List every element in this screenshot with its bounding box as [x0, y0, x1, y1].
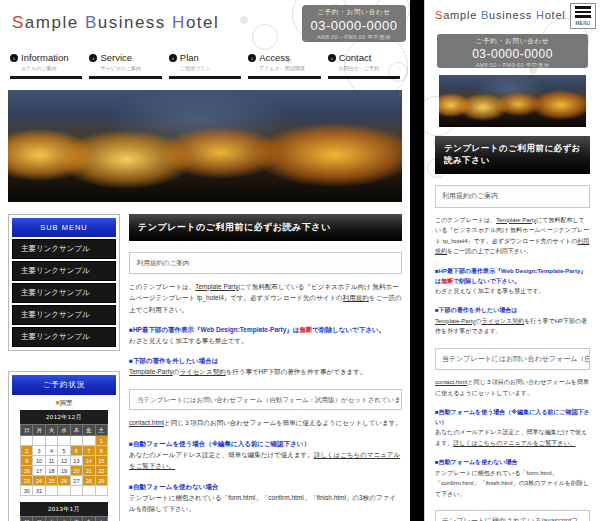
calendar-day-cell: 5 — [58, 446, 70, 456]
logo-letter: B — [85, 13, 98, 32]
text-link[interactable]: Template Party — [195, 283, 238, 290]
sidebar-link[interactable]: 主要リンクサンプル — [12, 283, 116, 303]
paragraph: Template-Partyのライセンス契約を行う事でHP下部の著作を外す事がで… — [435, 316, 590, 337]
availability-calendar: 2013年1月日月火水木金土12345678910111213141516171… — [20, 502, 108, 521]
text-link[interactable]: Template Party — [496, 217, 536, 223]
text-link[interactable]: Template-Party — [129, 368, 173, 375]
text-link[interactable]: 利用規約 — [343, 294, 369, 301]
phone-label: ご予約・お問い合わせ — [302, 8, 406, 17]
calendar-legend: ■満室 — [12, 399, 116, 408]
notice-heading: ■HP最下部の著作表示『Web Design:Template-Party』は無… — [129, 324, 402, 335]
text-segment: ■下部の著作を外したい場合は — [435, 307, 517, 313]
nav-item-subtitle: ご宿泊プラン — [180, 65, 241, 71]
nav-item-plan[interactable]: ›Planご宿泊プラン — [169, 50, 241, 79]
phone-hours: AM8:00～PM9:00 年中無休 — [302, 34, 406, 41]
sidebar: SUB MENU 主要リンクサンプル主要リンクサンプル主要リンクサンプル主要リン… — [8, 214, 120, 521]
nav-bullet-icon: › — [328, 54, 336, 62]
site-logo[interactable]: Sample Business Hotel — [12, 13, 219, 33]
logo-letter: H — [172, 13, 186, 32]
calendar-day-cell — [95, 486, 107, 496]
text-segment: 無断 — [441, 278, 453, 284]
desktop-header: Sample Business Hotel ご予約・お問い合わせ 03-0000… — [0, 0, 410, 46]
submenu-items: 主要リンクサンプル主要リンクサンプル主要リンクサンプル主要リンクサンプル主要リン… — [12, 239, 116, 347]
reservation-box: ご予約状況 ■満室 2012年12月日月火水木金土123456789101112… — [8, 371, 120, 521]
text-link[interactable]: Template-Party — [435, 318, 475, 324]
desktop-view: Sample Business Hotel ご予約・お問い合わせ 03-0000… — [0, 0, 410, 521]
text-link[interactable]: 詳しくはこちらのマニュアルをご覧下さい。 — [453, 440, 575, 446]
availability-calendar: 2012年12月日月火水木金土1234567891011121314151617… — [20, 410, 108, 496]
sidebar-link[interactable]: 主要リンクサンプル — [12, 305, 116, 325]
calendar-day-cell: 7 — [83, 446, 95, 456]
calendar-day-header: 火 — [45, 425, 57, 436]
calendar-day-cell: 14 — [83, 456, 95, 466]
calendar-day-cell — [83, 436, 95, 446]
paragraph: テンプレートに梱包されている「form.html」「confirm.html」「… — [435, 468, 590, 500]
calendar-day-header: 日 — [21, 425, 33, 436]
calendar-day-header: 木 — [70, 517, 82, 521]
calendar-day-cell: 8 — [95, 446, 107, 456]
logo-letter: ample — [443, 9, 481, 21]
calendar-day-cell — [58, 486, 70, 496]
hamburger-menu-button[interactable]: MENU — [570, 3, 596, 29]
section-heading: 利用規約のご案内 — [129, 252, 402, 274]
calendar-day-cell: 16 — [21, 466, 33, 476]
nav-bullet-icon: › — [89, 54, 97, 62]
text-segment: をご一読の上でご利用下さい。 — [447, 248, 532, 254]
text-segment: このテンプレートは、 — [129, 283, 195, 290]
calendar-day-cell — [83, 486, 95, 496]
nav-item-access[interactable]: ›Accessアクセス・周辺環境 — [248, 50, 320, 79]
nav-item-subtitle: サービスのご案内 — [100, 65, 161, 71]
phone-box: ご予約・お問い合わせ 03-0000-0000 AM8:00～PM9:00 年中… — [302, 5, 406, 42]
sidebar-link[interactable]: 主要リンクサンプル — [12, 239, 116, 259]
hamburger-bar-icon — [575, 11, 591, 14]
text-segment: で削除しないで下さい。 — [453, 278, 520, 284]
article-blocks: 利用規約のご案内このテンプレートは、Template Partyにて無料配布して… — [435, 185, 590, 521]
text-link[interactable]: contact.html — [129, 419, 164, 426]
text-link[interactable]: contact.html — [435, 379, 467, 385]
notice-heading: ■自動フォームを使わない場合 — [435, 457, 590, 467]
submenu-box: SUB MENU 主要リンクサンプル主要リンクサンプル主要リンクサンプル主要リン… — [8, 214, 120, 351]
notice-heading: ■HP最下部の著作表示『Web Design:Template-Party』は無… — [435, 266, 590, 286]
calendar-day-cell: 19 — [58, 466, 70, 476]
nav-item-label: Access — [259, 52, 290, 63]
calendar-day-cell — [33, 436, 45, 446]
logo-letter: B — [481, 9, 489, 21]
screenshot-canvas: Sample Business Hotel ご予約・お問い合わせ 03-0000… — [0, 0, 600, 521]
calendars: 2012年12月日月火水木金土1234567891011121314151617… — [12, 410, 116, 521]
nav-item-information[interactable]: ›Informationホテルのご案内 — [10, 50, 82, 79]
text-segment: で削除しないで下さい。 — [312, 326, 385, 333]
nav-item-contact[interactable]: ›Contactお問合せ・ご予約 — [328, 50, 400, 79]
mobile-view: Sample Business Hotel MENU ご予約・お問い合わせ 03… — [424, 0, 600, 521]
section-heading: 当テンプレートにはお問い合わせフォーム（自動フォーム：試用版）がセットされていま… — [129, 389, 402, 411]
sidebar-link[interactable]: 主要リンクサンプル — [12, 327, 116, 347]
nav-item-label: Information — [21, 52, 69, 63]
nav-item-row: ›Access — [248, 52, 320, 63]
calendar-day-cell: 21 — [83, 466, 95, 476]
calendar-day-cell: 10 — [33, 456, 45, 466]
paragraph: テンプレートに梱包されている「form.html」「confirm.html」「… — [129, 492, 402, 515]
nav-bullet-icon: › — [10, 54, 18, 62]
site-logo[interactable]: Sample Business Hotel — [435, 9, 566, 21]
nav-item-service[interactable]: ›Serviceサービスのご案内 — [89, 50, 161, 79]
notice-heading: ■下部の著作を外したい場合は — [129, 355, 402, 366]
mobile-header: Sample Business Hotel MENU — [425, 0, 600, 31]
calendar-day-header: 月 — [33, 425, 45, 436]
text-link[interactable]: ライセンス契約 — [179, 368, 225, 375]
nav-item-row: ›Contact — [328, 52, 400, 63]
nav-bullet-icon: › — [248, 54, 256, 62]
calendar-day-cell: 20 — [70, 466, 82, 476]
logo-letter: usiness — [489, 9, 536, 21]
text-link[interactable]: ライセンス契約 — [482, 318, 525, 324]
paragraph: contact.htmlと同じ３項目のお問い合わせフォームを簡単に使えるようにセ… — [435, 377, 590, 398]
hero-image — [439, 75, 586, 127]
paragraph: contact.htmlと同じ３項目のお問い合わせフォームを簡単に使えるようにセ… — [129, 417, 402, 428]
text-segment: を行う事でHP下部の著作を外す事ができます。 — [226, 368, 367, 375]
sidebar-link[interactable]: 主要リンクサンプル — [12, 261, 116, 281]
logo-letter: S — [12, 13, 25, 32]
calendar-day-cell: 29 — [95, 476, 107, 486]
calendar-day-cell — [45, 486, 57, 496]
notice-heading: ■下部の著作を外したい場合は — [435, 305, 590, 315]
calendar-day-cell — [70, 486, 82, 496]
paragraph: このテンプレートは、Template Partyにて無料配布している『ビジネスホ… — [435, 215, 590, 257]
calendar-day-cell: 22 — [95, 466, 107, 476]
